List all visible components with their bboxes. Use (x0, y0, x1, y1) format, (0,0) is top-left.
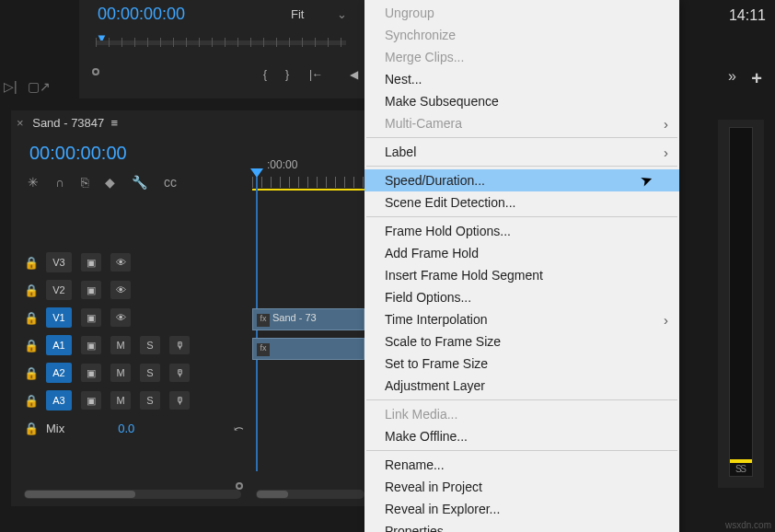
marker-icon[interactable]: ◆ (105, 175, 115, 190)
timeline-timecode[interactable]: 00:00:00:00 (29, 143, 127, 164)
menu-item-scale-to-frame-size[interactable]: Scale to Frame Size (364, 330, 679, 353)
menu-item-make-offline[interactable]: Make Offline... (364, 425, 679, 447)
menu-item-rename[interactable]: Rename... (364, 454, 679, 476)
add-button-icon[interactable]: + (751, 68, 762, 89)
track-target[interactable]: A3 (46, 390, 72, 411)
zoom-fit-dropdown[interactable]: Fit (291, 7, 304, 21)
go-to-in-button[interactable]: |← (309, 68, 323, 81)
lock-icon[interactable]: 🔒 (24, 422, 37, 435)
menu-item-field-options[interactable]: Field Options... (364, 286, 679, 308)
timeline-panel: × Sand - 73847 ≡ 00:00:00:00 ✳ ∩ ⎘ ◆ 🔧 c… (11, 110, 364, 506)
track-target[interactable]: V3 (46, 252, 72, 272)
mic-icon[interactable]: 🎙 (169, 391, 190, 410)
solo-button[interactable]: S (140, 364, 160, 382)
timeline-tools: ✳ ∩ ⎘ ◆ 🔧 cc (28, 175, 177, 190)
fx-badge[interactable]: fx (257, 343, 270, 356)
mix-label: Mix (46, 422, 64, 435)
timeline-tab[interactable]: × Sand - 73847 ≡ (17, 116, 118, 130)
track-target[interactable]: A2 (46, 363, 72, 383)
menu-item-merge-clips: Merge Clips... (364, 46, 679, 68)
tab-menu-icon[interactable]: ≡ (111, 116, 119, 130)
mute-button[interactable]: M (110, 364, 131, 382)
menu-item-scene-edit-detection[interactable]: Scene Edit Detection... (364, 191, 679, 214)
menu-item-adjustment-layer[interactable]: Adjustment Layer (364, 375, 679, 397)
meter-level-indicator (730, 459, 752, 463)
mark-out-button[interactable]: } (285, 68, 289, 81)
menu-item-reveal-in-explorer[interactable]: Reveal in Explorer... (364, 498, 679, 520)
mix-reset-icon[interactable]: ⤺ (234, 422, 244, 435)
track-target[interactable]: V1 (46, 307, 72, 328)
solo-button[interactable]: S (140, 391, 160, 410)
close-tab-icon[interactable]: × (17, 116, 24, 130)
lock-icon[interactable]: 🔒 (24, 366, 37, 380)
toggle-sync-icon[interactable]: ▣ (81, 253, 101, 272)
mix-value[interactable]: 0.0 (118, 422, 134, 435)
menu-item-time-interpolation[interactable]: Time Interpolation (364, 308, 679, 330)
eye-icon[interactable]: 👁 (110, 281, 131, 299)
toggle-sync-icon[interactable]: ▣ (81, 391, 101, 410)
eye-icon[interactable]: 👁 (110, 253, 131, 272)
menu-item-multi-camera: Multi-Camera (364, 112, 679, 134)
menu-item-insert-frame-hold-segment[interactable]: Insert Frame Hold Segment (364, 264, 679, 286)
menu-item-set-to-frame-size[interactable]: Set to Frame Size (364, 353, 679, 375)
mute-button[interactable]: M (110, 336, 131, 354)
track-target[interactable]: V2 (46, 280, 72, 300)
overwrite-icon[interactable]: ▢↗ (28, 79, 51, 94)
menu-separator (366, 166, 677, 167)
solo-right-button[interactable]: S (740, 464, 746, 474)
video-clip[interactable]: fxSand - 73 (252, 308, 364, 330)
toggle-sync-icon[interactable]: ▣ (81, 364, 101, 382)
menu-item-properties[interactable]: Properties (364, 520, 679, 532)
menu-item-frame-hold-options[interactable]: Frame Hold Options... (364, 220, 679, 242)
menu-item-label[interactable]: Label (364, 141, 679, 163)
audio-track-header: 🔒A1▣MS🎙 (24, 331, 190, 359)
lock-icon[interactable]: 🔒 (24, 394, 37, 408)
lock-icon[interactable]: 🔒 (24, 283, 37, 297)
monitor-scrub-bar[interactable] (96, 40, 346, 45)
toggle-sync-icon[interactable]: ▣ (81, 336, 101, 354)
monitor-timecode[interactable]: 00:00:00:00 (98, 5, 185, 24)
timeline-scrollbar[interactable] (256, 490, 364, 499)
chevron-down-icon[interactable]: ⌄ (337, 7, 347, 21)
mark-in-button[interactable]: { (263, 68, 267, 81)
snap-icon[interactable]: ∩ (55, 175, 64, 190)
solo-button[interactable]: S (140, 336, 160, 354)
wrench-settings-icon[interactable]: 🔧 (132, 175, 147, 190)
clip-label: Sand - 73 (272, 312, 317, 323)
insert-icon[interactable]: ▷| (4, 79, 17, 94)
toggle-sync-icon[interactable]: ▣ (81, 281, 101, 299)
fx-badge[interactable]: fx (257, 314, 270, 327)
track-target[interactable]: A1 (46, 335, 72, 355)
lock-icon[interactable]: 🔒 (24, 256, 37, 270)
time-ruler[interactable] (252, 177, 364, 188)
sequence-nest-icon[interactable]: ✳ (28, 175, 39, 190)
audio-clip[interactable]: fx (252, 338, 364, 360)
menu-item-link-media: Link Media... (364, 403, 679, 425)
meter-bar[interactable]: S S (729, 127, 753, 477)
audio-meter: S S (718, 120, 764, 488)
more-buttons-icon[interactable]: » (728, 68, 736, 85)
linked-selection-icon[interactable]: ⎘ (81, 175, 88, 190)
mute-button[interactable]: M (110, 391, 131, 410)
video-track-header: 🔒V1▣👁 (24, 304, 190, 331)
ruler-time-label: :00:00 (267, 158, 297, 171)
toggle-sync-icon[interactable]: ▣ (81, 308, 101, 327)
menu-item-make-subsequence[interactable]: Make Subsequence (364, 90, 679, 112)
mic-icon[interactable]: 🎙 (169, 364, 190, 382)
lock-icon[interactable]: 🔒 (24, 311, 37, 325)
menu-item-reveal-in-project[interactable]: Reveal in Project (364, 476, 679, 498)
track-header-scrollbar[interactable] (24, 490, 241, 499)
eye-icon[interactable]: 👁 (110, 308, 131, 327)
timeline-options-icon[interactable] (236, 482, 243, 490)
menu-separator (366, 450, 677, 451)
menu-item-speed-duration[interactable]: Speed/Duration... (364, 169, 679, 191)
lock-icon[interactable]: 🔒 (24, 339, 37, 353)
menu-item-add-frame-hold[interactable]: Add Frame Hold (364, 242, 679, 264)
menu-item-nest[interactable]: Nest... (364, 68, 679, 90)
menu-separator (366, 399, 677, 400)
mic-icon[interactable]: 🎙 (169, 336, 190, 354)
settings-circle-icon[interactable] (92, 68, 99, 75)
step-back-button[interactable]: ◀ (350, 68, 358, 81)
menu-item-ungroup: Ungroup (364, 2, 679, 24)
captions-icon[interactable]: cc (164, 175, 177, 190)
